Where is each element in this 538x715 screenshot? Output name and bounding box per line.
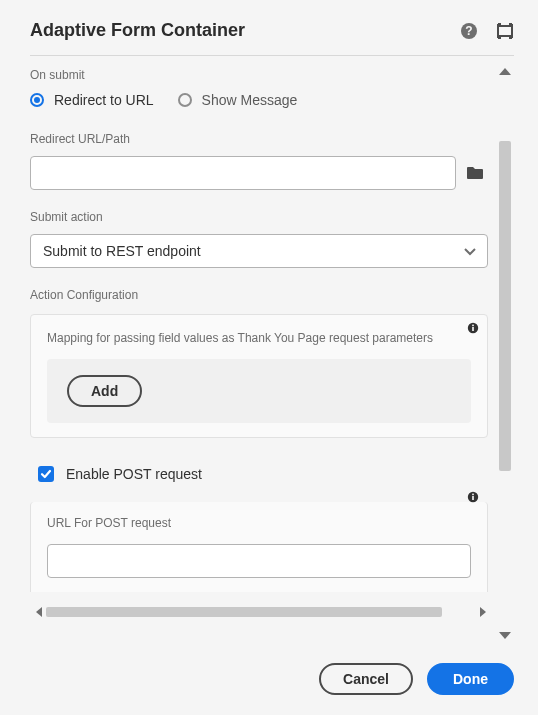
hscroll-thumb[interactable] xyxy=(46,607,442,617)
info-icon[interactable] xyxy=(467,490,479,502)
browse-folder-icon[interactable] xyxy=(462,156,488,190)
dialog-container: Adaptive Form Container ? On submit Redi… xyxy=(0,0,538,715)
redirect-url-group: Redirect URL/Path xyxy=(30,132,488,190)
dialog-header: Adaptive Form Container ? xyxy=(30,20,514,56)
svg-rect-7 xyxy=(472,496,474,500)
post-url-input[interactable] xyxy=(47,544,471,578)
radio-icon xyxy=(30,93,44,107)
on-submit-radio-group: Redirect to URL Show Message xyxy=(30,92,488,108)
action-config-card: Mapping for passing field values as Than… xyxy=(30,314,488,438)
submit-action-label: Submit action xyxy=(30,210,488,224)
svg-rect-2 xyxy=(498,26,512,36)
radio-icon xyxy=(178,93,192,107)
dialog-body: On submit Redirect to URL Show Message R… xyxy=(30,68,514,639)
submit-action-group: Submit action Submit to REST endpoint xyxy=(30,210,488,268)
mapping-add-area: Add xyxy=(47,359,471,423)
vscroll-thumb[interactable] xyxy=(499,141,511,471)
action-config-heading: Action Configuration xyxy=(30,288,488,302)
scroll-right-icon[interactable] xyxy=(480,607,486,617)
svg-rect-4 xyxy=(472,327,474,331)
dialog-footer: Cancel Done xyxy=(30,639,514,695)
dialog-title: Adaptive Form Container xyxy=(30,20,442,41)
radio-label: Show Message xyxy=(202,92,298,108)
help-icon[interactable]: ? xyxy=(460,22,478,40)
svg-rect-5 xyxy=(472,325,474,327)
add-mapping-button[interactable]: Add xyxy=(67,375,142,407)
dialog-body-content: On submit Redirect to URL Show Message R… xyxy=(30,68,496,639)
mapping-description: Mapping for passing field values as Than… xyxy=(47,331,471,345)
svg-rect-8 xyxy=(472,494,474,496)
post-url-block: URL For POST request xyxy=(30,502,488,592)
fullscreen-icon[interactable] xyxy=(496,22,514,40)
radio-label: Redirect to URL xyxy=(54,92,154,108)
done-button[interactable]: Done xyxy=(427,663,514,695)
vertical-scrollbar[interactable] xyxy=(496,68,514,639)
submit-action-select[interactable]: Submit to REST endpoint xyxy=(30,234,488,268)
info-icon[interactable] xyxy=(467,321,479,333)
cancel-button[interactable]: Cancel xyxy=(319,663,413,695)
submit-action-selected: Submit to REST endpoint xyxy=(43,243,201,259)
redirect-url-input[interactable] xyxy=(30,156,456,190)
horizontal-scrollbar[interactable] xyxy=(30,604,488,620)
enable-post-row: Enable POST request xyxy=(38,466,488,482)
redirect-url-label: Redirect URL/Path xyxy=(30,132,488,146)
scroll-down-icon[interactable] xyxy=(499,632,511,639)
on-submit-label: On submit xyxy=(30,68,488,82)
post-url-label: URL For POST request xyxy=(47,516,471,530)
hscroll-track[interactable] xyxy=(46,607,476,617)
enable-post-checkbox[interactable] xyxy=(38,466,54,482)
svg-text:?: ? xyxy=(465,24,472,38)
scroll-up-icon[interactable] xyxy=(499,68,511,75)
scroll-left-icon[interactable] xyxy=(36,607,42,617)
vscroll-track[interactable] xyxy=(499,79,511,628)
radio-redirect-to-url[interactable]: Redirect to URL xyxy=(30,92,154,108)
enable-post-label: Enable POST request xyxy=(66,466,202,482)
radio-show-message[interactable]: Show Message xyxy=(178,92,298,108)
